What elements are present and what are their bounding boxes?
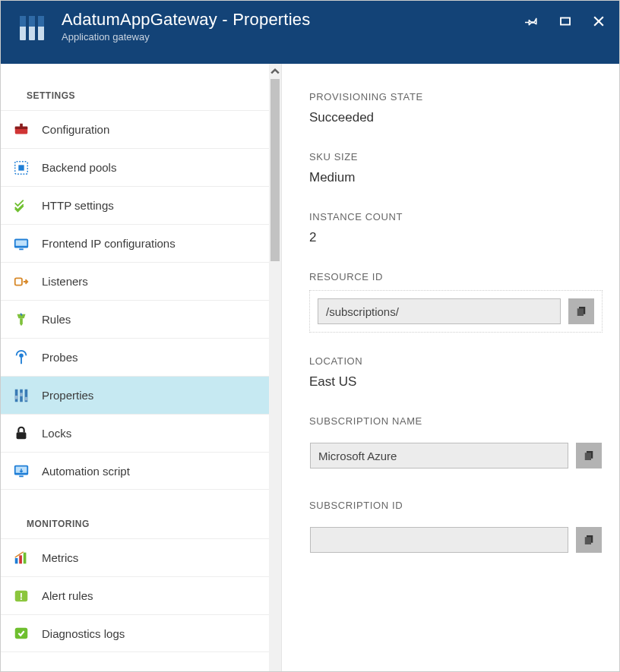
maximize-icon[interactable] xyxy=(557,13,574,30)
sku-size-label: SKU SIZE xyxy=(309,151,603,162)
nav-item-probes[interactable]: Probes xyxy=(1,338,269,376)
nav-item-backend-pools[interactable]: Backend pools xyxy=(1,148,269,186)
svg-rect-37 xyxy=(577,308,584,316)
blade-actions xyxy=(524,10,612,30)
nav-label: Configuration xyxy=(42,123,109,136)
nav-item-rules[interactable]: Rules xyxy=(1,300,269,338)
nav-item-metrics[interactable]: Metrics xyxy=(1,538,269,576)
rules-icon xyxy=(13,311,30,328)
nav-label: Diagnostics logs xyxy=(42,627,125,640)
copy-subscription-name-button[interactable] xyxy=(576,443,602,469)
backend-pools-icon xyxy=(13,159,30,176)
location-value: East US xyxy=(309,374,603,390)
nav-label: Backend pools xyxy=(42,161,116,174)
svg-rect-32 xyxy=(24,552,27,563)
svg-rect-6 xyxy=(561,18,570,25)
svg-text:!: ! xyxy=(20,590,23,601)
subscription-name-label: SUBSCRIPTION NAME xyxy=(309,415,603,427)
svg-rect-24 xyxy=(20,393,23,396)
nav-label: Automation script xyxy=(42,465,130,478)
svg-rect-41 xyxy=(585,537,591,544)
pin-icon[interactable] xyxy=(524,13,540,30)
nav-item-diagnostics-logs[interactable]: Diagnostics logs xyxy=(1,614,269,652)
properties-pane: PROVISIONING STATE Succeeded SKU SIZE Me… xyxy=(282,64,619,671)
location-label: LOCATION xyxy=(309,355,603,367)
section-title-monitoring: MONITORING xyxy=(1,519,269,538)
svg-rect-31 xyxy=(19,555,22,563)
subscription-id-label: SUBSCRIPTION ID xyxy=(309,500,603,511)
nav-item-frontend-ip[interactable]: Frontend IP configurations xyxy=(1,224,269,262)
instance-count-value: 2 xyxy=(309,230,603,245)
resource-id-field[interactable]: /subscriptions/ xyxy=(318,298,561,324)
svg-rect-16 xyxy=(19,248,24,250)
svg-rect-25 xyxy=(25,396,28,400)
probes-icon xyxy=(13,349,30,366)
nav-label: Metrics xyxy=(42,551,78,564)
blade-title: AdatumAppGateway - Properties xyxy=(62,10,524,30)
properties-icon xyxy=(13,387,30,404)
blade-header: AdatumAppGateway - Properties Applicatio… xyxy=(1,1,619,64)
automation-script-icon xyxy=(13,462,30,479)
nav-label: Alert rules xyxy=(42,589,93,602)
copy-subscription-id-button[interactable] xyxy=(576,527,602,553)
nav-label: Properties xyxy=(42,389,93,402)
nav-label: Frontend IP configurations xyxy=(42,237,176,250)
svg-rect-39 xyxy=(585,453,591,460)
svg-rect-15 xyxy=(16,240,27,245)
nav-label: HTTP settings xyxy=(42,199,114,212)
nav-item-configuration[interactable]: Configuration xyxy=(1,110,269,148)
nav-label: Listeners xyxy=(42,275,88,288)
nav-item-alert-rules[interactable]: ! Alert rules xyxy=(1,576,269,614)
svg-rect-5 xyxy=(38,16,44,27)
svg-rect-4 xyxy=(29,16,35,27)
provisioning-state-value: Succeeded xyxy=(309,110,603,125)
svg-rect-26 xyxy=(17,432,27,439)
instance-count-label: INSTANCE COUNT xyxy=(309,211,603,222)
resource-id-label: RESOURCE ID xyxy=(309,271,603,282)
scrollbar-thumb[interactable] xyxy=(270,79,280,261)
subscription-id-field[interactable] xyxy=(310,527,568,553)
nav-label: Rules xyxy=(42,313,71,326)
svg-point-18 xyxy=(19,353,24,358)
svg-rect-3 xyxy=(20,16,26,27)
app-gateway-icon xyxy=(17,13,48,43)
svg-rect-17 xyxy=(15,278,22,285)
nav-label: Locks xyxy=(42,427,71,440)
nav-item-http-settings[interactable]: HTTP settings xyxy=(1,186,269,224)
frontend-ip-icon xyxy=(13,235,30,252)
scroll-up-icon[interactable] xyxy=(269,64,281,79)
settings-nav: SETTINGS Configuration Backend pools HTT… xyxy=(1,64,269,671)
svg-rect-23 xyxy=(15,396,18,399)
nav-label: Probes xyxy=(42,351,78,364)
sku-size-value: Medium xyxy=(309,170,603,185)
http-settings-icon xyxy=(13,197,30,214)
svg-rect-11 xyxy=(20,123,23,127)
section-title-settings: SETTINGS xyxy=(1,90,269,110)
close-icon[interactable] xyxy=(590,13,607,30)
provisioning-state-label: PROVISIONING STATE xyxy=(309,91,603,103)
blade-subtitle: Application gateway xyxy=(62,31,524,43)
nav-item-properties[interactable]: Properties xyxy=(1,376,269,414)
configuration-icon xyxy=(13,121,30,138)
alert-rules-icon: ! xyxy=(13,588,30,604)
nav-item-listeners[interactable]: Listeners xyxy=(1,262,269,300)
svg-rect-30 xyxy=(15,558,18,563)
nav-item-locks[interactable]: Locks xyxy=(1,414,269,452)
svg-rect-29 xyxy=(19,475,24,477)
metrics-icon xyxy=(13,550,30,566)
diagnostics-logs-icon xyxy=(13,625,30,642)
sidebar-scrollbar[interactable] xyxy=(269,64,281,671)
svg-rect-13 xyxy=(18,165,24,170)
copy-resource-id-button[interactable] xyxy=(568,298,594,324)
nav-item-automation-script[interactable]: Automation script xyxy=(1,452,269,490)
subscription-name-field[interactable]: Microsoft Azure xyxy=(310,443,568,469)
locks-icon xyxy=(13,425,30,442)
listeners-icon xyxy=(13,273,30,290)
